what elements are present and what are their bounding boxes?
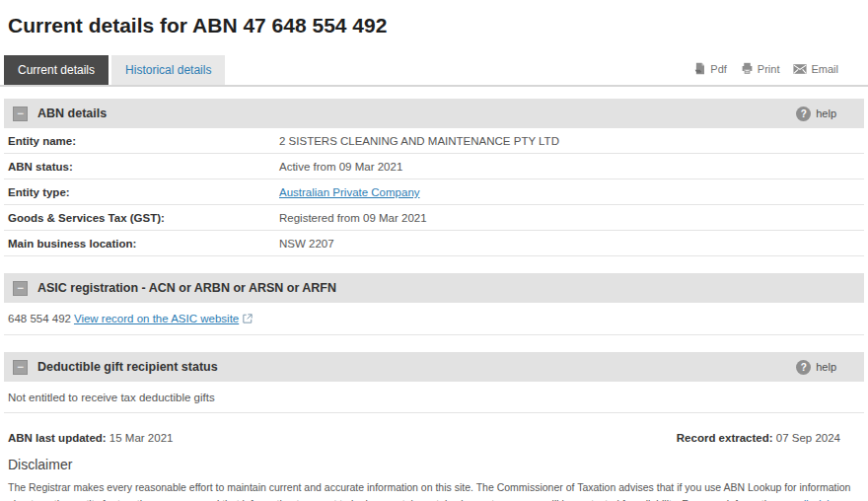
help-icon: ? xyxy=(796,360,811,375)
table-row: Main business location: NSW 2207 xyxy=(4,231,864,256)
email-button[interactable]: Email xyxy=(793,63,838,75)
printer-icon xyxy=(741,62,754,75)
email-label: Email xyxy=(811,63,838,75)
gst-value: Registered from 09 Mar 2021 xyxy=(279,212,427,224)
print-label: Print xyxy=(758,63,780,75)
disclaimer-text: The Registrar makes every reasonable eff… xyxy=(8,479,858,501)
dgr-status-header: − Deductible gift recipient status ? hel… xyxy=(4,352,864,382)
abn-last-updated: ABN last updated: 15 Mar 2021 xyxy=(8,432,173,444)
tab-historical-details[interactable]: Historical details xyxy=(111,55,225,85)
entity-type-value: Australian Private Company xyxy=(279,186,420,198)
dgr-status-value: Not entitled to receive tax deductible g… xyxy=(8,392,215,403)
table-row: Entity name: 2 SISTERS CLEANING AND MAIN… xyxy=(4,128,864,154)
record-extracted-label: Record extracted: xyxy=(677,432,773,444)
abn-lookup-current-details-page: Current details for ABN 47 648 554 492 C… xyxy=(0,13,868,501)
entity-name-value: 2 SISTERS CLEANING AND MAINTENANCE PTY L… xyxy=(279,135,559,147)
page-title: Current details for ABN 47 648 554 492 xyxy=(8,13,860,38)
record-extracted: Record extracted: 07 Sep 2024 xyxy=(677,432,840,444)
abn-details-header: − ABN details ? help xyxy=(4,99,864,128)
main-business-location-value: NSW 2207 xyxy=(279,238,334,250)
dgr-help-button[interactable]: ? help xyxy=(796,360,836,375)
tabs: Current details Historical details xyxy=(4,55,225,85)
dgr-status-row: Not entitled to receive tax deductible g… xyxy=(4,382,864,413)
export-actions: Pdf Print Email xyxy=(693,62,838,85)
tab-bar: Current details Historical details Pdf P… xyxy=(0,55,868,87)
gst-label: Goods & Services Tax (GST): xyxy=(4,212,279,224)
pdf-label: Pdf xyxy=(710,63,727,75)
abn-status-value: Active from 09 Mar 2021 xyxy=(279,161,402,173)
disclaimer-heading: Disclaimer xyxy=(8,457,860,472)
envelope-icon xyxy=(793,63,807,75)
acn-value: 648 554 492 xyxy=(8,313,71,324)
record-extracted-value: 07 Sep 2024 xyxy=(773,432,840,444)
abn-last-updated-label: ABN last updated: xyxy=(8,432,107,444)
pdf-button[interactable]: Pdf xyxy=(693,62,727,75)
print-button[interactable]: Print xyxy=(741,62,780,75)
asic-record-link-text: View record on the ASIC website xyxy=(74,313,239,324)
abn-last-updated-value: 15 Mar 2021 xyxy=(107,432,174,444)
table-row: ABN status: Active from 09 Mar 2021 xyxy=(4,154,864,179)
dgr-status-section: − Deductible gift recipient status ? hel… xyxy=(4,352,864,413)
table-row: Entity type: Australian Private Company xyxy=(4,179,864,205)
pdf-icon xyxy=(693,62,706,75)
disclaimer-body: The Registrar makes every reasonable eff… xyxy=(8,481,850,501)
record-meta: ABN last updated: 15 Mar 2021 Record ext… xyxy=(8,432,840,444)
asic-record-row: 648 554 492View record on the ASIC websi… xyxy=(4,303,864,335)
abn-details-section: − ABN details ? help Entity name: 2 SIST… xyxy=(4,99,864,256)
help-label: help xyxy=(816,107,836,119)
collapse-icon[interactable]: − xyxy=(13,281,28,296)
table-row: Goods & Services Tax (GST): Registered f… xyxy=(4,205,864,231)
collapse-icon[interactable]: − xyxy=(13,107,28,121)
abn-details-title: ABN details xyxy=(37,107,107,120)
collapse-icon[interactable]: − xyxy=(13,360,28,375)
asic-registration-header: − ASIC registration - ACN or ARBN or ARS… xyxy=(4,273,864,303)
asic-registration-title: ASIC registration - ACN or ARBN or ARSN … xyxy=(37,281,336,295)
entity-type-label: Entity type: xyxy=(4,186,279,198)
tab-current-details[interactable]: Current details xyxy=(4,55,108,85)
main-business-location-label: Main business location: xyxy=(4,238,279,250)
abn-details-help-button[interactable]: ? help xyxy=(796,107,836,121)
external-link-icon xyxy=(243,314,253,325)
entity-name-label: Entity name: xyxy=(4,135,279,147)
abn-status-label: ABN status: xyxy=(4,161,279,173)
entity-type-link[interactable]: Australian Private Company xyxy=(279,186,420,198)
asic-registration-section: − ASIC registration - ACN or ARBN or ARS… xyxy=(4,273,864,335)
help-label: help xyxy=(816,361,836,373)
asic-record-link[interactable]: View record on the ASIC website xyxy=(74,313,239,324)
dgr-status-title: Deductible gift recipient status xyxy=(37,360,218,374)
help-icon: ? xyxy=(796,107,811,121)
